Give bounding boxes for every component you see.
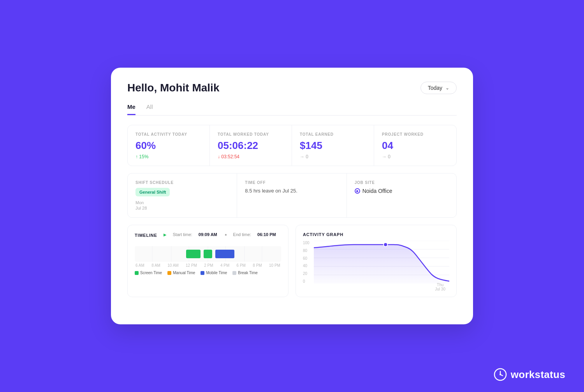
timeline-bar-screen-2 [204,250,213,258]
stat-activity-label: TOTAL ACTIVITY TODAY [135,132,202,136]
stat-project-worked: PROJECT WORKED 04 → 0 [374,125,456,166]
location-icon [355,188,360,194]
brand-name: workstatus [511,369,565,381]
time-label-10am: 10 AM [167,263,178,268]
bottom-row: TIMELINE ▶ Start time: 09:09 AM ■ End ti… [127,225,457,297]
y-80: 80 [303,248,312,253]
time-label-4pm: 4 PM [220,263,229,268]
header-row: Hello, Mohit Malik Today ⌄ [127,82,457,94]
time-label-6pm: 6 PM [237,263,246,268]
time-off-label: TIME OFF [245,180,338,185]
greeting-text: Hello, Mohit Malik [127,82,219,94]
stat-worked-sub: ↓ 03:52:54 [218,154,284,159]
start-label: Start time: [173,232,192,237]
shift-day: Mon [135,200,229,205]
x-date: Jul 30 [435,287,445,291]
tab-me[interactable]: Me [127,103,135,115]
timeline-chart [135,246,281,262]
middle-row: SHIFT SCHEDULE General Shift Mon Jul 28 … [127,173,457,218]
stat-project-label: PROJECT WORKED [382,132,449,136]
time-label-6am: 6 AM [135,263,144,268]
stats-row: TOTAL ACTIVITY TODAY 60% ↑ 15% TOTAL WOR… [127,125,457,166]
shift-badge: General Shift [135,188,170,196]
shift-label: SHIFT SCHEDULE [135,180,229,185]
stat-total-activity: TOTAL ACTIVITY TODAY 60% ↑ 15% [128,125,210,166]
square-icon: ■ [225,233,227,236]
stat-worked-label: TOTAL WORKED TODAY [218,132,284,136]
y-axis-labels: 100 80 60 40 20 0 [303,241,312,284]
workstatus-icon [494,368,507,381]
play-icon: ▶ [164,233,167,237]
tab-all[interactable]: All [146,103,153,115]
legend-label-manual: Manual Time [173,271,195,275]
workstatus-brand: workstatus [494,368,565,381]
stat-total-earned: TOTAL EARNED $145 → 0 [292,125,374,166]
timeline-meta: ▶ Start time: 09:09 AM ■ End time: 06:10… [164,232,276,237]
x-day: Thu [437,283,443,287]
timeline-panel: TIMELINE ▶ Start time: 09:09 AM ■ End ti… [127,225,288,297]
main-card: Hello, Mohit Malik Today ⌄ Me All TOTAL … [111,68,473,324]
stat-earned-value: $145 [300,140,366,152]
legend-dot-break [232,271,236,275]
end-val: 06:10 PM [257,232,276,237]
activity-svg [314,241,449,284]
legend-screen: Screen Time [135,271,162,275]
y-100: 100 [303,241,312,245]
legend-manual: Manual Time [167,271,195,275]
shift-month-day: Jul 28 [135,206,229,210]
tabs-row: Me All [127,103,457,116]
stat-total-worked: TOTAL WORKED TODAY 05:06:22 ↓ 03:52:54 [210,125,292,166]
timeline-bar-screen-1 [186,250,201,258]
dropdown-label: Today [428,85,442,91]
legend-label-break: Break Time [238,271,258,275]
stat-activity-value: 60% [135,140,202,152]
y-60: 60 [303,256,312,261]
y-0: 0 [303,279,312,284]
today-dropdown[interactable]: Today ⌄ [420,82,457,94]
activity-graph-area: 100 80 60 40 20 0 [303,241,449,291]
time-label-8pm: 8 PM [253,263,262,268]
job-site-name: Noida Office [362,188,392,194]
timeline-time-labels: 6 AM 8 AM 10 AM 12 PM 2 PM 4 PM 6 PM 8 P… [135,263,281,268]
legend-label-mobile: Mobile Time [206,271,227,275]
location-dot-inner [356,190,358,192]
job-site-label: JOB SITE [355,180,449,185]
start-val: 09:09 AM [199,232,217,237]
legend-mobile: Mobile Time [201,271,227,275]
time-off-text: 8.5 hrs leave on Jul 25. [245,188,338,194]
job-site-row: Noida Office [355,188,449,194]
legend-label-screen: Screen Time [140,271,162,275]
time-off-cell: TIME OFF 8.5 hrs leave on Jul 25. [237,173,347,217]
timeline-bar-mobile [215,250,234,258]
stat-activity-sub: ↑ 15% [135,154,202,159]
y-40: 40 [303,264,312,268]
stat-worked-value: 05:06:22 [218,140,284,152]
chevron-down-icon: ⌄ [445,85,449,91]
legend-dot-screen [135,271,139,275]
timeline-title: TIMELINE [135,233,157,238]
activity-panel: ACTIVITY GRAPH 100 80 60 40 20 0 [296,225,457,297]
legend-dot-mobile [201,271,204,275]
svg-point-12 [383,243,387,247]
activity-title: ACTIVITY GRAPH [303,232,449,237]
job-site-cell: JOB SITE Noida Office [347,173,456,217]
stat-earned-label: TOTAL EARNED [300,132,366,136]
time-label-2pm: 2 PM [204,263,213,268]
end-label: End time: [233,232,251,237]
legend-dot-manual [167,271,171,275]
legend-break: Break Time [232,271,258,275]
timeline-legend: Screen Time Manual Time Mobile Time Brea… [135,271,281,275]
stat-project-value: 04 [382,140,449,152]
x-axis-label: Thu Jul 30 [435,283,445,291]
y-20: 20 [303,271,312,276]
stat-earned-sub: → 0 [300,154,366,159]
shift-schedule-cell: SHIFT SCHEDULE General Shift Mon Jul 28 [128,173,237,217]
activity-chart [314,241,449,284]
time-label-8am: 8 AM [151,263,160,268]
time-label-12pm: 12 PM [186,263,197,268]
time-label-10pm: 10 PM [269,263,280,268]
svg-point-14 [500,374,501,375]
stat-project-sub: → 0 [382,154,449,159]
